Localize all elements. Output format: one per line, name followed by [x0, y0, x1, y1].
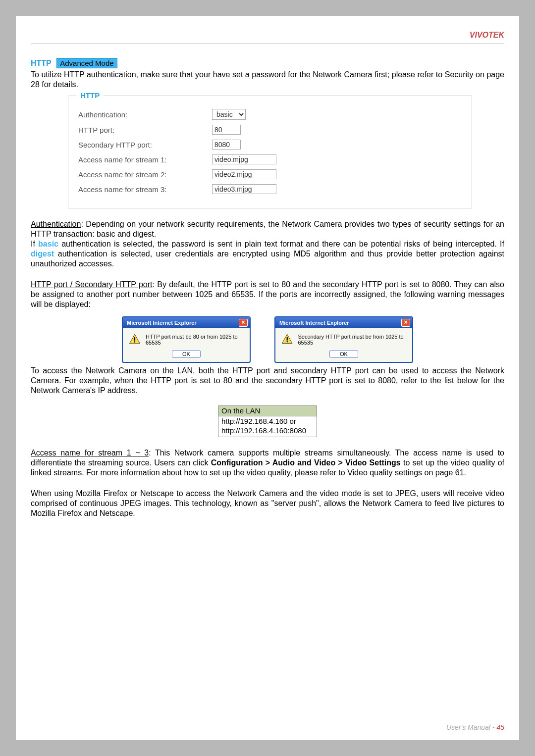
row-stream1: Access name for stream 1:	[78, 154, 462, 164]
dialog1-titlebar: Microsoft Internet Explorer ×	[123, 317, 250, 328]
svg-rect-5	[287, 341, 288, 342]
dialog2-title: Microsoft Internet Explorer	[279, 320, 349, 326]
dialog-secondary-port: Microsoft Internet Explorer × Secondary …	[274, 316, 413, 363]
warning-icon	[129, 333, 141, 346]
dialog1-buttons: OK	[123, 348, 250, 362]
access-heading: Access name for stream 1 ~ 3	[31, 449, 149, 457]
page: VIVOTEK HTTP Advanced Mode To utilize HT…	[16, 16, 519, 740]
label-stream1: Access name for stream 1:	[78, 155, 212, 164]
intro-text: To utilize HTTP authentication, make sur…	[31, 70, 504, 90]
label-authentication: Authentication:	[78, 110, 212, 119]
footer-label: User's Manual -	[446, 723, 496, 731]
dialog1-body: HTTP port must be 80 or from 1025 to 655…	[123, 328, 250, 348]
access-bold: Configuration > Audio and Video > Video …	[211, 458, 401, 467]
authentication-select[interactable]: basic	[212, 109, 246, 120]
dialog-row: Microsoft Internet Explorer × HTTP port …	[31, 316, 504, 363]
auth-t2c: authentication is selected, user credent…	[31, 250, 504, 268]
ports-heading: HTTP port / Secondary HTTP port	[31, 280, 153, 289]
dialog1-msg: HTTP port must be 80 or from 1025 to 655…	[146, 334, 246, 346]
dialog-http-port: Microsoft Internet Explorer × HTTP port …	[122, 316, 251, 363]
label-secondary-http-port: Secondary HTTP port:	[78, 141, 212, 149]
lan-paragraph: To access the Network Camera on the LAN,…	[31, 366, 504, 396]
kw-digest: digest	[31, 250, 54, 258]
http-settings-box: HTTP Authentication: basic HTTP port: Se…	[68, 96, 472, 208]
mode-badge: Advanced Mode	[56, 58, 117, 68]
kw-basic: basic	[38, 240, 58, 248]
dialog1-ok-button[interactable]: OK	[172, 350, 201, 358]
warning-icon	[281, 333, 293, 346]
row-secondary-http-port: Secondary HTTP port:	[78, 140, 462, 150]
label-stream3: Access name for stream 3:	[78, 185, 212, 194]
label-stream2: Access name for stream 2:	[78, 170, 212, 179]
footer-page: 45	[496, 723, 504, 731]
stream1-input[interactable]	[212, 154, 276, 164]
svg-rect-4	[287, 337, 288, 341]
row-http-port: HTTP port:	[78, 125, 462, 135]
lan-line1: http://192.168.4.160 or	[221, 416, 314, 426]
auth-t2a: If	[31, 240, 38, 248]
access-paragraph: Access name for stream 1 ~ 3: This Netwo…	[31, 448, 504, 478]
http-port-input[interactable]	[212, 125, 241, 135]
dialog2-ok-button[interactable]: OK	[329, 350, 358, 358]
label-http-port: HTTP port:	[78, 126, 212, 134]
auth-t2b: authentication is selected, the password…	[58, 240, 504, 248]
dialog2-buttons: OK	[275, 348, 412, 362]
lan-head: On the LAN	[218, 405, 317, 416]
auth-heading: Authentication	[31, 220, 81, 228]
stream3-input[interactable]	[212, 184, 276, 194]
brand-header: VIVOTEK	[31, 31, 504, 44]
row-stream3: Access name for stream 3:	[78, 184, 462, 194]
auth-t1: : Depending on your network security req…	[31, 220, 504, 238]
lan-line2: http://192.168.4.160:8080	[221, 426, 314, 436]
authentication-paragraph: Authentication: Depending on your networ…	[31, 219, 504, 269]
svg-rect-2	[134, 341, 135, 342]
http-label: HTTP	[31, 59, 52, 67]
dialog1-title: Microsoft Internet Explorer	[127, 320, 197, 326]
row-stream2: Access name for stream 2:	[78, 169, 462, 179]
dialog2-msg: Secondary HTTP port must be from 1025 to…	[298, 334, 408, 346]
ports-paragraph: HTTP port / Secondary HTTP port: By defa…	[31, 280, 504, 309]
lan-table: On the LAN http://192.168.4.160 or http:…	[218, 405, 317, 437]
section-title: HTTP Advanced Mode	[31, 59, 504, 68]
stream2-input[interactable]	[212, 169, 276, 179]
dialog2-body: Secondary HTTP port must be from 1025 to…	[275, 328, 412, 348]
dialog2-titlebar: Microsoft Internet Explorer ×	[275, 317, 412, 328]
footer: User's Manual - 45	[446, 723, 504, 731]
secondary-http-port-input[interactable]	[212, 140, 241, 150]
http-legend: HTTP	[76, 91, 104, 100]
svg-rect-1	[134, 337, 135, 341]
row-authentication: Authentication: basic	[78, 109, 462, 120]
mozilla-paragraph: When using Mozilla Firefox or Netscape t…	[31, 489, 504, 518]
lan-body: http://192.168.4.160 or http://192.168.4…	[218, 416, 317, 437]
close-icon[interactable]: ×	[401, 319, 410, 327]
close-icon[interactable]: ×	[239, 319, 248, 327]
